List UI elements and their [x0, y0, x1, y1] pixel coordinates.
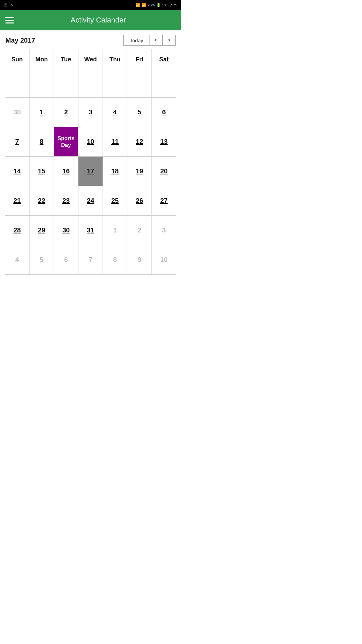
whatsapp-icon: 📱 [3, 3, 8, 7]
calendar-cell[interactable]: Sports Day [54, 127, 78, 157]
calendar-cell[interactable]: 3 [78, 98, 103, 127]
calendar-cell[interactable] [78, 68, 103, 98]
calendar-cell[interactable]: 11 [103, 127, 127, 157]
battery-icon: 🔋 [156, 3, 161, 7]
calendar-cell[interactable]: 6 [152, 98, 176, 127]
date-cell[interactable]: 27 [152, 186, 176, 215]
other-month-cell[interactable]: 2 [127, 216, 152, 245]
other-month-cell[interactable]: 1 [103, 216, 127, 245]
prev-month-button[interactable]: < [149, 35, 162, 46]
date-cell[interactable]: 11 [103, 127, 127, 156]
date-cell[interactable]: 4 [103, 98, 127, 127]
date-cell[interactable]: 24 [78, 186, 103, 215]
date-cell[interactable]: 3 [78, 98, 103, 127]
calendar-cell[interactable]: 30 [5, 98, 29, 127]
date-cell[interactable]: 16 [54, 157, 78, 186]
calendar-cell[interactable] [29, 68, 54, 98]
other-month-cell[interactable]: 4 [5, 245, 29, 274]
date-cell[interactable]: 14 [5, 157, 29, 186]
other-month-cell[interactable]: 6 [54, 245, 78, 274]
calendar-cell[interactable]: 8 [29, 127, 54, 157]
date-cell[interactable]: 26 [127, 186, 152, 215]
calendar-cell[interactable]: 9 [127, 245, 152, 275]
other-month-cell[interactable]: 30 [5, 98, 29, 127]
calendar-cell[interactable]: 1 [103, 216, 127, 245]
status-left: 📱 ⚠ [3, 3, 13, 7]
calendar-cell[interactable]: 6 [54, 245, 78, 275]
calendar-cell[interactable]: 2 [127, 216, 152, 245]
today-button[interactable]: Today [123, 35, 149, 46]
calendar-cell[interactable]: 17 [78, 157, 103, 186]
calendar-cell[interactable]: 15 [29, 157, 54, 186]
date-cell[interactable]: 31 [78, 216, 103, 245]
calendar-cell[interactable]: 4 [103, 98, 127, 127]
calendar-cell[interactable]: 10 [78, 127, 103, 157]
date-cell[interactable]: 1 [29, 98, 54, 127]
calendar-cell[interactable]: 27 [152, 186, 176, 216]
calendar-cell[interactable] [127, 68, 152, 98]
date-cell[interactable]: 6 [152, 98, 176, 127]
calendar-cell[interactable]: 24 [78, 186, 103, 216]
calendar-cell[interactable]: 20 [152, 157, 176, 186]
other-month-cell[interactable]: 3 [152, 216, 176, 245]
calendar-cell[interactable]: 16 [54, 157, 78, 186]
calendar-cell[interactable]: 7 [78, 245, 103, 275]
date-cell[interactable]: 25 [103, 186, 127, 215]
calendar-cell[interactable]: 23 [54, 186, 78, 216]
calendar-cell[interactable]: 10 [152, 245, 176, 275]
calendar-cell[interactable]: 25 [103, 186, 127, 216]
next-month-button[interactable]: > [163, 35, 176, 46]
calendar-cell[interactable] [54, 68, 78, 98]
calendar-cell[interactable]: 14 [5, 157, 29, 186]
date-cell[interactable]: 18 [103, 157, 127, 186]
date-cell[interactable]: 30 [54, 216, 78, 245]
app-title: Activity Calander [21, 16, 176, 24]
calendar-cell[interactable] [103, 68, 127, 98]
date-cell[interactable]: 10 [78, 127, 103, 156]
date-cell[interactable]: 5 [127, 98, 152, 127]
calendar-cell[interactable]: 4 [5, 245, 29, 275]
calendar-cell[interactable]: 13 [152, 127, 176, 157]
calendar-cell[interactable]: 1 [29, 98, 54, 127]
date-cell[interactable]: 22 [29, 186, 54, 215]
other-month-cell[interactable]: 5 [29, 245, 54, 274]
calendar-cell[interactable] [152, 68, 176, 98]
calendar-cell[interactable] [5, 68, 29, 98]
date-cell[interactable]: 21 [5, 186, 29, 215]
date-cell[interactable]: 15 [29, 157, 54, 186]
event-cell-sports-day[interactable]: Sports Day [54, 127, 78, 156]
calendar-cell[interactable]: 19 [127, 157, 152, 186]
calendar-cell[interactable]: 7 [5, 127, 29, 157]
calendar-cell[interactable]: 8 [103, 245, 127, 275]
other-month-cell[interactable]: 8 [103, 245, 127, 274]
hamburger-menu-button[interactable] [5, 17, 14, 23]
calendar-cell[interactable]: 2 [54, 98, 78, 127]
other-month-cell[interactable]: 9 [127, 245, 152, 274]
calendar-cell[interactable]: 12 [127, 127, 152, 157]
date-cell[interactable]: 8 [29, 127, 54, 156]
today-date-cell[interactable]: 17 [78, 157, 103, 186]
date-cell[interactable]: 2 [54, 98, 78, 127]
date-cell[interactable]: 7 [5, 127, 29, 156]
date-cell[interactable]: 20 [152, 157, 176, 186]
calendar-cell[interactable]: 3 [152, 216, 176, 245]
header-sat: Sat [152, 49, 176, 68]
other-month-cell[interactable]: 10 [152, 245, 176, 274]
calendar-cell[interactable]: 18 [103, 157, 127, 186]
date-cell[interactable]: 28 [5, 216, 29, 245]
date-cell[interactable]: 23 [54, 186, 78, 215]
calendar-cell[interactable]: 30 [54, 216, 78, 245]
calendar-cell[interactable]: 31 [78, 216, 103, 245]
calendar-cell[interactable]: 5 [29, 245, 54, 275]
calendar-cell[interactable]: 5 [127, 98, 152, 127]
date-cell[interactable]: 19 [127, 157, 152, 186]
calendar-cell[interactable]: 28 [5, 216, 29, 245]
other-month-cell[interactable]: 7 [78, 245, 103, 274]
date-cell[interactable]: 13 [152, 127, 176, 156]
date-cell[interactable]: 29 [29, 216, 54, 245]
calendar-cell[interactable]: 29 [29, 216, 54, 245]
calendar-cell[interactable]: 21 [5, 186, 29, 216]
date-cell[interactable]: 12 [127, 127, 152, 156]
calendar-cell[interactable]: 26 [127, 186, 152, 216]
calendar-cell[interactable]: 22 [29, 186, 54, 216]
